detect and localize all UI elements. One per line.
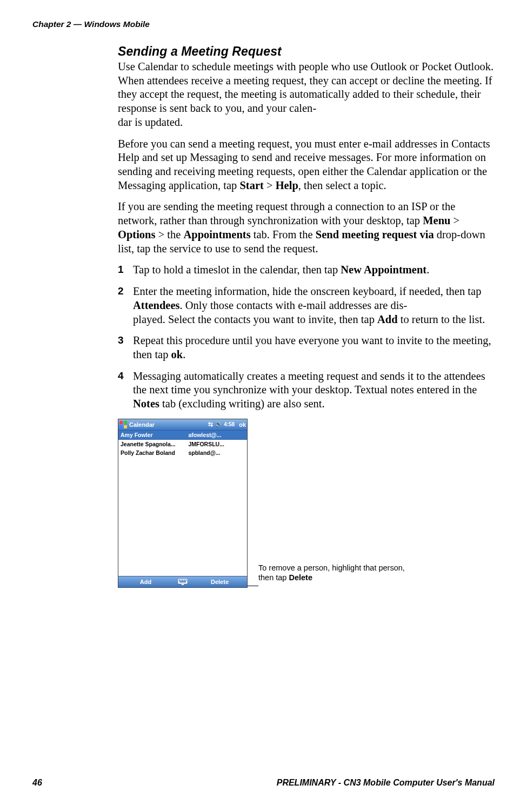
selected-email: afowlest@... <box>188 432 245 438</box>
page-number: 46 <box>32 778 42 788</box>
softkey-bar: Add Delete <box>118 576 247 587</box>
contact-row[interactable]: Jeanette Spagnola... JMFORSLU... <box>118 440 247 448</box>
para-2: Before you can send a meeting request, y… <box>118 137 496 193</box>
s4c: tab (excluding writing) are also sent. <box>159 398 325 410</box>
callout-line1: To remove a person, highlight that perso… <box>258 563 405 572</box>
start-bold: Start <box>237 179 264 191</box>
speaker-icon <box>215 421 222 427</box>
step-2: Enter the meeting information, hide the … <box>118 285 496 326</box>
s3a: Repeat this procedure until you have eve… <box>133 334 491 360</box>
svg-rect-2 <box>181 580 182 581</box>
s2f: to return to the list. <box>398 313 485 325</box>
gt1: > <box>264 179 276 191</box>
s4a: Messaging automatically creates a meetin… <box>133 370 485 396</box>
connectivity-icon <box>208 421 213 428</box>
contact-list-empty-area <box>118 457 247 576</box>
ok-button[interactable]: ok <box>239 421 246 428</box>
s2c: . Only those contacts with e-mail addres… <box>180 299 404 311</box>
menu-bold: Menu <box>423 214 450 226</box>
para-1: Use Calendar to schedule meetings with p… <box>118 60 496 130</box>
gt3a: > <box>450 214 459 226</box>
add-bold: Add <box>377 313 398 325</box>
running-head: Chapter 2 — Windows Mobile <box>32 19 495 29</box>
hyphen: - <box>312 102 316 114</box>
footer-right: PRELIMINARY - CN3 Mobile Computer User's… <box>277 778 495 788</box>
step-1: Tap to hold a timeslot in the calendar, … <box>118 263 496 277</box>
contact-name: Polly Zachar Boland <box>121 449 188 456</box>
s1c: . <box>426 264 429 276</box>
callout-line2a: then tap <box>258 573 289 582</box>
svg-rect-4 <box>184 580 185 581</box>
svg-rect-6 <box>179 581 186 582</box>
new-appointment-bold: New Appointment <box>341 264 426 276</box>
step-4: Messaging automatically creates a meetin… <box>118 370 496 411</box>
footer: 46 PRELIMINARY - CN3 Mobile Computer Use… <box>32 778 495 788</box>
windows-flag-icon <box>119 421 127 428</box>
section-title: Sending a Meeting Request <box>118 44 496 59</box>
callout-text: To remove a person, highlight that perso… <box>258 563 426 582</box>
contact-email: spbland@... <box>188 449 245 456</box>
delete-bold: Delete <box>289 573 312 582</box>
ok-bold: ok <box>171 348 183 360</box>
callout-leader-line <box>248 586 258 587</box>
clock-time: 4:58 <box>224 421 235 427</box>
titlebar: Calendar 4:58 ok <box>118 419 247 431</box>
options-bold: Options <box>118 229 156 240</box>
svg-rect-1 <box>179 580 180 581</box>
status-icons: 4:58 ok <box>208 421 246 428</box>
contact-email: JMFORSLU... <box>188 441 245 447</box>
softkey-delete[interactable]: Delete <box>192 579 247 585</box>
attendees-bold: Attendees <box>133 299 180 311</box>
para-3a: If you are sending the meeting request t… <box>118 200 455 226</box>
app-title: Calendar <box>129 421 208 428</box>
selected-contact-row[interactable]: Amy Fowler afowlest@... <box>118 431 247 440</box>
para-1a: Use Calendar to schedule meetings with p… <box>118 61 493 114</box>
gt3b: > the <box>156 229 184 240</box>
svg-rect-3 <box>182 580 183 581</box>
step-3: Repeat this procedure until you have eve… <box>118 334 496 361</box>
para-3mid: tab. From the <box>251 229 316 240</box>
para-3: If you are sending the meeting request t… <box>118 200 496 256</box>
para-2end: , then select a topic. <box>298 179 386 191</box>
screenshot-figure: Calendar 4:58 ok Amy Fowler afowlest@...… <box>118 419 496 588</box>
appointments-bold: Appointments <box>183 229 250 240</box>
s2d: played. Select the contacts you want to … <box>133 313 377 325</box>
send-bold: Send meeting request via <box>316 229 434 240</box>
selected-name: Amy Fowler <box>121 432 188 438</box>
steps-list: Tap to hold a timeslot in the calendar, … <box>118 263 496 411</box>
help-bold: Help <box>276 179 298 191</box>
content-area: Sending a Meeting Request Use Calendar t… <box>118 44 496 588</box>
contact-name: Jeanette Spagnola... <box>121 441 188 447</box>
softkey-add[interactable]: Add <box>118 579 173 585</box>
para-1b: dar is updated. <box>118 116 183 128</box>
s3c: . <box>183 348 185 360</box>
notes-bold: Notes <box>133 398 159 410</box>
s2a: Enter the meeting information, hide the … <box>133 285 481 297</box>
contact-row[interactable]: Polly Zachar Boland spbland@... <box>118 448 247 457</box>
svg-rect-5 <box>185 580 186 581</box>
keyboard-icon[interactable] <box>173 579 192 585</box>
s1a: Tap to hold a timeslot in the calendar, … <box>133 264 341 276</box>
device-screenshot: Calendar 4:58 ok Amy Fowler afowlest@...… <box>118 419 248 588</box>
hyphen2: - <box>403 299 407 311</box>
